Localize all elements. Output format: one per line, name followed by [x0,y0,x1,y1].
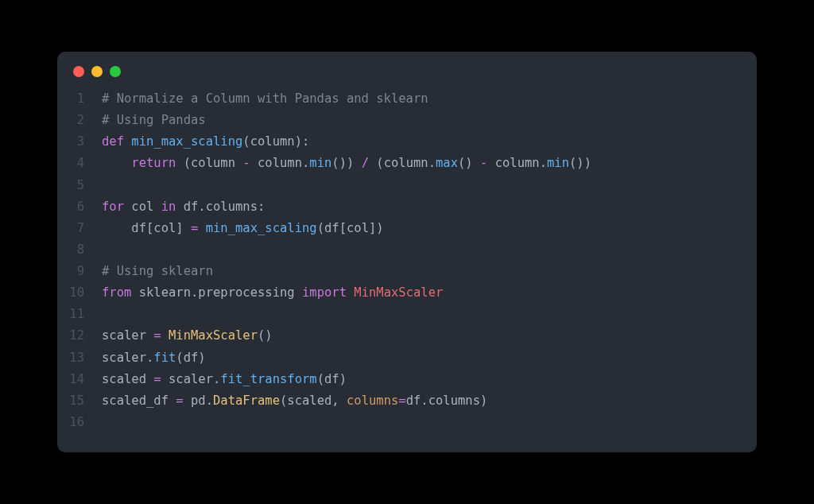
code-content[interactable] [102,304,738,325]
code-content[interactable]: scaled = scaler.fit_transform(df) [102,369,738,390]
token [102,156,131,170]
code-content[interactable]: scaler = MinMaxScaler() [102,325,738,347]
code-content[interactable]: for col in df.columns: [102,196,738,218]
code-line: 11 [57,304,738,325]
token: (df) [317,372,347,386]
zoom-icon[interactable] [110,66,121,77]
line-number: 10 [57,282,102,304]
code-content[interactable]: df[col] = min_max_scaling(df[col]) [102,218,738,239]
token: # Using Pandas [102,113,206,127]
minimize-icon[interactable] [91,66,103,77]
line-number: 8 [57,239,102,261]
token: = [176,394,191,408]
token: scaler. [169,372,220,386]
token: - [480,156,495,170]
line-number: 6 [57,196,102,218]
close-icon[interactable] [73,66,84,77]
token: scaled_df [102,394,176,408]
token: max [436,156,458,170]
token: = [191,221,206,235]
line-number: 5 [57,175,102,196]
token: = [153,328,169,343]
code-editor[interactable]: 1# Normalize a Column with Pandas and sk… [57,88,757,438]
code-content[interactable]: scaler.fit(df) [102,347,738,369]
token: ()) [569,156,591,170]
line-number: 3 [57,131,102,153]
code-line: 10from sklearn.preprocessing import MinM… [57,282,738,304]
code-window: 1# Normalize a Column with Pandas and sk… [57,52,757,452]
code-content[interactable]: def min_max_scaling(column): [102,131,738,153]
token: min [547,156,569,170]
token: DataFrame [213,394,280,408]
code-line: 8 [57,239,738,261]
code-line: 1# Normalize a Column with Pandas and sk… [57,88,738,110]
token: pd. [191,394,213,408]
token: column [250,134,295,149]
line-number: 7 [57,218,102,239]
token: (df[col]) [317,221,384,235]
code-content[interactable]: scaled_df = pd.DataFrame(scaled, columns… [102,390,738,412]
token: column. [495,156,547,170]
code-content[interactable]: # Using Pandas [102,110,738,131]
token: in [161,200,184,214]
token: = [398,394,405,408]
token: = [153,372,169,386]
token: fit [153,351,176,365]
token: min_max_scaling [131,134,242,149]
code-content[interactable]: # Normalize a Column with Pandas and skl… [102,88,738,110]
code-content[interactable]: # Using sklearn [102,261,738,282]
line-number: 15 [57,390,102,412]
token: scaler. [102,351,153,365]
token: scaler [102,328,153,343]
token: df.columns: [184,200,266,214]
token: col [131,200,161,214]
token: for [102,200,131,214]
token: from [102,285,139,300]
line-number: 13 [57,347,102,369]
token: MinMaxScaler [169,328,258,343]
token: (column. [376,156,436,170]
code-line: 7 df[col] = min_max_scaling(df[col]) [57,218,738,239]
token: columns [347,394,398,408]
code-line: 15scaled_df = pd.DataFrame(scaled, colum… [57,390,738,412]
token: # Normalize a Column with Pandas and skl… [102,91,428,106]
code-line: 6for col in df.columns: [57,196,738,218]
token: def [102,134,131,149]
code-content[interactable]: return (column - column.min()) / (column… [102,153,738,174]
window-traffic-lights [57,66,757,88]
code-content[interactable] [102,239,738,261]
token: ()) [331,156,361,170]
code-line: 16 [57,412,738,433]
code-content[interactable]: from sklearn.preprocessing import MinMax… [102,282,738,304]
line-number: 4 [57,153,102,174]
code-line: 4 return (column - column.min()) / (colu… [57,153,738,174]
line-number: 16 [57,412,102,433]
code-line: 9# Using sklearn [57,261,738,282]
token: min_max_scaling [206,221,317,235]
code-line: 5 [57,175,738,196]
token: df.columns) [406,394,488,408]
token: df[col] [102,221,191,235]
token: (column [184,156,243,170]
token: return [131,156,183,170]
token: ( [242,134,250,149]
code-content[interactable] [102,412,738,433]
line-number: 9 [57,261,102,282]
token: column. [258,156,309,170]
line-number: 14 [57,369,102,390]
token: () [258,328,273,343]
token: import [302,285,354,300]
token: fit_transform [220,372,316,386]
line-number: 12 [57,325,102,347]
code-content[interactable] [102,175,738,196]
token: min [309,156,331,170]
token: () [458,156,480,170]
line-number: 1 [57,88,102,110]
token: ): [295,134,310,149]
code-line: 14scaled = scaler.fit_transform(df) [57,369,738,390]
line-number: 11 [57,304,102,325]
code-line: 12scaler = MinMaxScaler() [57,325,738,347]
token: sklearn.preprocessing [139,285,302,300]
code-line: 3def min_max_scaling(column): [57,131,738,153]
line-number: 2 [57,110,102,131]
